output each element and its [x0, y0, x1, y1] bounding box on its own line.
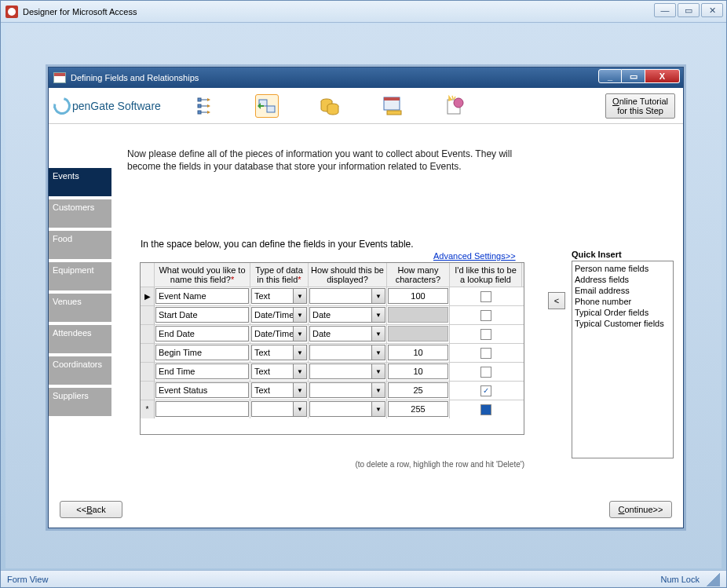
status-right: Num Lock — [660, 575, 700, 584]
data-type-select[interactable]: Text — [251, 382, 307, 398]
dialog-maximize-button[interactable]: ▭ — [622, 69, 645, 83]
toolbar-icon-3[interactable] — [318, 94, 342, 118]
row-selector[interactable] — [141, 363, 155, 381]
chars-input — [388, 326, 448, 341]
brand: penGate Software — [53, 97, 161, 115]
sidebar-item-suppliers[interactable]: Suppliers — [49, 388, 111, 416]
data-type-select[interactable]: Date/Time — [251, 326, 307, 341]
outer-title-text: Designer for Microsoft Access — [23, 7, 137, 16]
field-name-input[interactable] — [155, 363, 249, 379]
field-name-input[interactable] — [155, 326, 249, 341]
display-select[interactable] — [309, 345, 385, 360]
toolbar-icon-1[interactable] — [192, 94, 216, 118]
data-type-select[interactable]: Text — [251, 363, 307, 379]
grid-header: What would you like to name this field?*… — [141, 263, 524, 287]
data-type-select[interactable] — [251, 401, 307, 417]
display-select[interactable] — [309, 288, 385, 304]
app-icon — [5, 5, 18, 18]
toolbar-icon-4[interactable] — [381, 94, 404, 118]
status-bar: Form View Num Lock — [1, 570, 726, 587]
dialog-title-text: Defining Fields and Relationships — [71, 73, 199, 82]
grid-row[interactable]: Text — [141, 343, 524, 362]
grid-row[interactable]: Date/TimeDate — [141, 305, 524, 324]
sidebar-item-coordinators[interactable]: Coordinators — [49, 356, 111, 385]
continue-button[interactable]: Continue>> — [609, 501, 672, 518]
sidebar-item-venues[interactable]: Venues — [49, 294, 111, 322]
row-selector[interactable] — [141, 382, 155, 400]
data-type-select[interactable]: Text — [251, 288, 307, 304]
grid-row[interactable]: Text✓ — [141, 381, 524, 400]
quick-insert-arrow-button[interactable]: < — [548, 292, 565, 309]
col-header-lookup: I'd like this to be a lookup field — [450, 263, 522, 287]
outer-close-button[interactable]: ✕ — [701, 3, 723, 17]
lookup-checkbox[interactable] — [480, 310, 491, 321]
instructions-text: Now please define all of the pieces of i… — [127, 148, 543, 173]
field-name-input[interactable] — [155, 401, 249, 417]
row-selector[interactable]: * — [141, 400, 155, 418]
row-selector[interactable]: ▶ — [141, 287, 155, 305]
display-select[interactable]: Date — [309, 307, 385, 323]
grid-row[interactable]: Text — [141, 362, 524, 381]
outer-minimize-button[interactable]: — — [654, 3, 676, 17]
lookup-checkbox[interactable] — [480, 291, 491, 302]
quick-insert-panel: Quick Insert Person name fieldsAddress f… — [572, 250, 674, 458]
quick-insert-item[interactable]: Typical Order fields — [575, 307, 670, 318]
chars-input[interactable] — [388, 363, 448, 379]
display-select[interactable] — [309, 401, 385, 417]
sidebar: EventsCustomersFoodEquipmentVenuesAttend… — [49, 168, 111, 419]
chars-input[interactable] — [388, 401, 448, 417]
dialog-titlebar: Defining Fields and Relationships _ ▭ X — [49, 68, 683, 88]
sidebar-item-attendees[interactable]: Attendees — [49, 325, 111, 353]
row-selector[interactable] — [141, 325, 155, 343]
dialog-close-button[interactable]: X — [645, 69, 680, 83]
quick-insert-item[interactable]: Phone number — [575, 296, 670, 307]
data-type-select[interactable]: Date/Time — [251, 307, 307, 323]
lookup-checkbox[interactable] — [480, 348, 491, 359]
display-select[interactable] — [309, 382, 385, 398]
chars-input[interactable] — [388, 345, 448, 360]
row-selector[interactable] — [141, 306, 155, 324]
field-name-input[interactable] — [155, 382, 249, 398]
field-name-input[interactable] — [155, 345, 249, 360]
lookup-checkbox[interactable] — [480, 329, 491, 340]
quick-insert-item[interactable]: Person name fields — [575, 263, 670, 274]
lookup-checkbox[interactable]: ✓ — [480, 385, 491, 396]
outer-titlebar: Designer for Microsoft Access — ▭ ✕ — [1, 1, 726, 23]
chars-input[interactable] — [388, 288, 448, 304]
quick-insert-item[interactable]: Address fields — [575, 274, 670, 285]
resize-grip-icon[interactable] — [706, 572, 720, 586]
svg-rect-4 — [267, 106, 275, 112]
quick-insert-list: Person name fieldsAddress fieldsEmail ad… — [572, 261, 674, 458]
data-type-select[interactable]: Text — [251, 345, 307, 360]
outer-body: Defining Fields and Relationships _ ▭ X … — [5, 24, 722, 568]
svg-rect-2 — [198, 111, 201, 114]
grid-row[interactable]: * — [141, 400, 524, 418]
grid-row[interactable]: ▶Text — [141, 287, 524, 305]
fields-grid: What would you like to name this field?*… — [140, 262, 524, 435]
toolbar-icon-5[interactable] — [444, 94, 467, 118]
row-selector[interactable] — [141, 344, 155, 362]
advanced-settings-link[interactable]: Advanced Settings>> — [433, 251, 516, 261]
chars-input[interactable] — [388, 382, 448, 398]
sidebar-item-customers[interactable]: Customers — [49, 199, 111, 228]
svg-rect-8 — [384, 97, 400, 100]
dialog-icon — [53, 72, 66, 83]
quick-insert-item[interactable]: Typical Customer fields — [575, 318, 670, 329]
back-button[interactable]: <<Back — [60, 501, 122, 518]
display-select[interactable]: Date — [309, 326, 385, 341]
dialog-minimize-button[interactable]: _ — [598, 69, 622, 83]
sidebar-item-food[interactable]: Food — [49, 231, 111, 259]
field-name-input[interactable] — [155, 307, 249, 323]
display-select[interactable] — [309, 363, 385, 379]
outer-maximize-button[interactable]: ▭ — [678, 3, 700, 17]
online-tutorial-button[interactable]: Online Tutorialfor this Step — [605, 93, 675, 119]
field-name-input[interactable] — [155, 288, 249, 304]
lookup-checkbox[interactable] — [480, 367, 491, 378]
sidebar-item-equipment[interactable]: Equipment — [49, 262, 111, 290]
grid-row[interactable]: Date/TimeDate — [141, 324, 524, 343]
delete-hint: (to delete a row, highligh the row and h… — [140, 460, 524, 469]
toolbar-icon-2-selected[interactable] — [255, 94, 279, 118]
quick-insert-item[interactable]: Email address — [575, 285, 670, 296]
lookup-checkbox[interactable] — [480, 404, 491, 415]
sidebar-item-events[interactable]: Events — [49, 168, 111, 196]
